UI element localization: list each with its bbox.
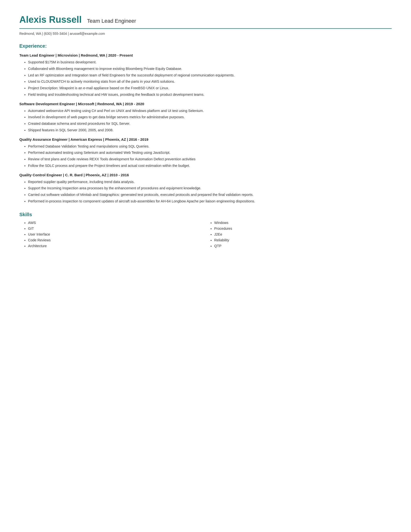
header-divider (19, 28, 392, 29)
job-4-bullets: Reported supplier quality performance, i… (28, 180, 392, 204)
list-item: GIT (28, 227, 206, 230)
skills-columns: AWS GIT User Interface Code Reviews Arch… (19, 221, 392, 250)
experience-section-title: Experience: (19, 43, 392, 49)
job-2-bullets: Automated webservice API testing using C… (28, 108, 392, 133)
candidate-title: Team Lead Engineer (87, 18, 136, 24)
list-item: Led an RF optimization and Integration t… (28, 73, 392, 78)
list-item: Project Description: Mirapoint is an e-m… (28, 86, 392, 91)
list-item: Architecture (28, 244, 206, 248)
job-3: Quality Assurance Engineer | American Ex… (19, 137, 392, 169)
job-1-title: Team Lead Engineer | Microvision | Redmo… (19, 53, 392, 57)
list-item: User Interface (28, 232, 206, 236)
list-item: QTP (214, 244, 392, 248)
list-item: Performed in-process inspection to compo… (28, 199, 392, 204)
skills-section-title: Skills (19, 212, 392, 217)
list-item: Carried out software validation of Minit… (28, 192, 392, 198)
skills-col-right: Windows Procedures J2Ee Reliability QTP (206, 221, 392, 250)
contact-info: Redmond, WA | (630) 555-3404 | arussell@… (19, 32, 392, 36)
job-2-title: Software Development Engineer | Microsof… (19, 102, 392, 106)
list-item: Procedures (214, 227, 392, 230)
list-item: Reliability (214, 238, 392, 242)
job-4: Quality Control Engineer | C. R. Bard | … (19, 173, 392, 204)
list-item: Windows (214, 221, 392, 225)
list-item: Reported supplier quality performance, i… (28, 180, 392, 185)
list-item: Follow the SDLC process and prepare the … (28, 163, 392, 169)
list-item: Involved in development of web pages to … (28, 115, 392, 120)
list-item: AWS (28, 221, 206, 225)
skills-section: Skills AWS GIT User Interface Code Revie… (19, 212, 392, 250)
job-2: Software Development Engineer | Microsof… (19, 102, 392, 133)
list-item: Performed automated testing using Seleni… (28, 150, 392, 155)
list-item: Used to CLOUDWATCH to actively monitorin… (28, 79, 392, 84)
job-1: Team Lead Engineer | Microvision | Redmo… (19, 53, 392, 97)
job-3-title: Quality Assurance Engineer | American Ex… (19, 137, 392, 142)
list-item: Collaborated with Bloomberg management t… (28, 66, 392, 72)
list-item: Review of test plans and Code reviews RE… (28, 157, 392, 162)
experience-section: Experience: Team Lead Engineer | Microvi… (19, 43, 392, 204)
skills-right-list: Windows Procedures J2Ee Reliability QTP (214, 221, 392, 248)
list-item: Created database schema and stored proce… (28, 121, 392, 126)
list-item: Field testing and troubleshooting techni… (28, 92, 392, 97)
list-item: Supported $175M in business development. (28, 60, 392, 65)
skills-left-list: AWS GIT User Interface Code Reviews Arch… (28, 221, 206, 248)
resume-container: Alexis Russell Team Lead Engineer Redmon… (19, 15, 392, 250)
list-item: Code Reviews (28, 238, 206, 242)
job-1-bullets: Supported $175M in business development.… (28, 60, 392, 97)
list-item: Shipped features in SQL Server 2000, 200… (28, 128, 392, 133)
list-item: Performed Database Validation Testing an… (28, 144, 392, 149)
job-4-title: Quality Control Engineer | C. R. Bard | … (19, 173, 392, 177)
skills-col-left: AWS GIT User Interface Code Reviews Arch… (19, 221, 206, 250)
list-item: J2Ee (214, 232, 392, 236)
list-item: Automated webservice API testing using C… (28, 108, 392, 114)
candidate-name: Alexis Russell (19, 15, 82, 25)
list-item: Support the Incoming Inspection area pro… (28, 186, 392, 191)
job-3-bullets: Performed Database Validation Testing an… (28, 144, 392, 169)
header: Alexis Russell Team Lead Engineer (19, 15, 392, 25)
